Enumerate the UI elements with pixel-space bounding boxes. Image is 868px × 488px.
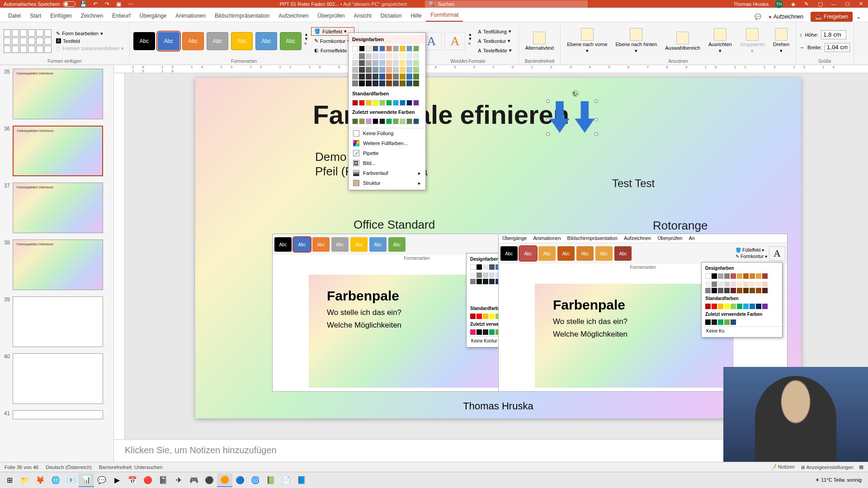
outlook-icon[interactable]: 📧 <box>63 474 79 487</box>
chrome-icon[interactable]: 🌐 <box>48 474 63 487</box>
selected-arrows[interactable]: ↻ <box>548 101 596 134</box>
slide-counter[interactable]: Folie 36 von 46 <box>5 465 38 470</box>
tab-hilfe[interactable]: Hilfe <box>406 10 426 22</box>
powerpoint-icon[interactable]: 📊 <box>79 474 94 487</box>
onenote-icon[interactable]: 📓 <box>156 474 171 487</box>
record-button[interactable]: ●Aufzeichnen <box>765 12 807 22</box>
shapes-gallery[interactable] <box>4 29 52 53</box>
tab-start[interactable]: Start <box>25 10 46 22</box>
no-fill-item[interactable]: Keine Füllung <box>349 128 425 138</box>
document-name[interactable]: PPT 01 Roter Faden 002... <box>280 1 339 7</box>
tab-uebergaenge[interactable]: Übergänge <box>135 10 171 22</box>
style-green[interactable]: Abc <box>280 32 302 50</box>
picture-item[interactable]: 🖼Bild... <box>349 158 425 168</box>
search-box[interactable]: 🔍 Suchen <box>425 0 588 8</box>
wordart-scrollbar[interactable]: ▲▼≡ <box>468 32 472 50</box>
style-scrollbar[interactable]: ▲▼≡ <box>304 32 308 50</box>
tab-einfuegen[interactable]: Einfügen <box>46 10 76 22</box>
app-icon-3[interactable]: 🔴 <box>140 474 156 487</box>
rotate-button[interactable]: Drehen ▾ <box>770 27 792 55</box>
merge-shapes-button[interactable]: ◌ Formen zusammenführen ▾ <box>54 45 126 52</box>
tab-aufzeichnen[interactable]: Aufzeichnen <box>274 10 313 22</box>
thumbnail-41[interactable] <box>13 410 103 419</box>
send-backward-button[interactable]: Ebene nach hinten ▾ <box>613 27 660 55</box>
tab-animationen[interactable]: Animationen <box>171 10 210 22</box>
arrow-shape-2[interactable] <box>575 101 594 133</box>
text-fill-button[interactable]: A Textfüllung ▾ <box>475 27 514 36</box>
width-input[interactable] <box>825 43 850 52</box>
obs-icon[interactable]: ⚫ <box>202 474 217 487</box>
arrow-shape-1[interactable] <box>550 101 570 133</box>
comments-icon[interactable]: 💬 <box>755 14 761 20</box>
minimize-icon[interactable]: — <box>830 0 837 8</box>
texture-item[interactable]: Struktur▸ <box>349 178 425 188</box>
tab-praesentation[interactable]: Bildschirmpräsentation <box>210 10 274 22</box>
maximize-icon[interactable]: ▢ <box>844 0 851 8</box>
app-icon-5[interactable]: 🟠 <box>217 474 232 487</box>
style-lightblue[interactable]: Abc <box>255 32 277 50</box>
tab-ansicht[interactable]: Ansicht <box>349 10 376 22</box>
author-name[interactable]: Thomas Hruska <box>463 400 533 412</box>
tab-ueberpruefen[interactable]: Überprüfen <box>313 10 349 22</box>
standard-colors-grid[interactable] <box>349 98 425 108</box>
user-name[interactable]: Thomas Hruska <box>733 1 769 7</box>
collapse-ribbon-icon[interactable]: ⌄ <box>856 14 861 20</box>
wordart-style-2[interactable]: A <box>444 32 465 50</box>
weather-widget[interactable]: ☀ 11°C Teilw. sonnig <box>815 477 862 483</box>
rotate-handle-icon[interactable]: ↻ <box>572 90 579 97</box>
align-button[interactable]: Ausrichten ▾ <box>706 27 735 55</box>
thumbnail-36[interactable]: Farbenpaletten Definieren <box>13 126 103 176</box>
group-button[interactable]: Gruppieren ▾ <box>737 27 768 55</box>
style-gray[interactable]: Abc <box>207 32 228 50</box>
notes-toggle[interactable]: 📝 Notizen <box>770 464 795 470</box>
thumbnail-38[interactable]: Farbenpaletten Definieren <box>13 239 103 290</box>
style-yellow[interactable]: Abc <box>231 32 253 50</box>
word-icon[interactable]: 📘 <box>294 474 309 487</box>
slide-text-rotorange[interactable]: Rotorange <box>653 219 708 233</box>
height-input[interactable] <box>821 30 846 39</box>
slide-canvas[interactable]: Farbenpale efinieren Demo Pfeil (Füllung… <box>195 78 801 418</box>
text-outline-button[interactable]: A Textkontur ▾ <box>475 37 514 45</box>
gradient-item[interactable]: Farbverlauf▸ <box>349 168 425 178</box>
tab-dictation[interactable]: Dictation <box>376 10 406 22</box>
redo-icon[interactable]: ↷ <box>104 0 111 8</box>
thumbnail-39[interactable] <box>13 296 103 347</box>
app-icon-4[interactable]: 🎮 <box>186 474 202 487</box>
more-colors-item[interactable]: Weitere Füllfarben... <box>349 138 425 148</box>
tab-entwurf[interactable]: Entwurf <box>108 10 135 22</box>
present-icon[interactable]: ▣ <box>115 0 123 8</box>
vlc-icon[interactable]: ▶ <box>109 474 125 487</box>
firefox-icon[interactable]: 🦊 <box>33 474 48 487</box>
display-settings[interactable]: 🖥 Anzeigeeinstellungen <box>800 465 854 470</box>
app-icon-7[interactable]: 📄 <box>278 474 294 487</box>
app-icon-2[interactable]: 📅 <box>125 474 140 487</box>
file-explorer-icon[interactable]: 📁 <box>17 474 33 487</box>
more-icon[interactable]: ⋯ <box>127 0 134 8</box>
undo-icon[interactable]: ↶ <box>92 0 99 8</box>
edit-shape-button[interactable]: ✎ Form bearbeiten ▾ <box>54 30 126 37</box>
text-effects-button[interactable]: A Texteffekte ▾ <box>475 46 514 55</box>
accessibility-check[interactable]: Barrierefreiheit: Untersuchen <box>99 465 163 470</box>
thumbnail-35[interactable]: Farbenpaletten Definieren <box>13 69 103 119</box>
thumbnail-40[interactable] <box>13 353 103 404</box>
theme-colors-grid[interactable] <box>349 44 425 53</box>
app-icon-6[interactable]: 🔵 <box>232 474 248 487</box>
slide-text-demo[interactable]: Demo <box>315 150 346 164</box>
excel-icon[interactable]: 📗 <box>263 474 278 487</box>
language-indicator[interactable]: Deutsch (Österreich) <box>46 465 91 470</box>
thumbnail-37[interactable]: Farbenpaletten Definieren <box>13 183 103 233</box>
telegram-icon[interactable]: ✈ <box>171 474 186 487</box>
alt-text-button[interactable]: Alternativtext <box>523 31 557 52</box>
tab-datei[interactable]: Datei <box>4 10 25 22</box>
style-blue[interactable]: Abc <box>158 32 179 50</box>
close-icon[interactable]: ✕ <box>857 0 864 8</box>
share-button[interactable]: 📤Freigeben <box>811 12 853 22</box>
theme-tints-grid[interactable] <box>349 53 425 89</box>
user-avatar[interactable]: TH <box>775 0 783 8</box>
diamond-icon[interactable]: ◈ <box>789 0 797 8</box>
tab-zeichnen[interactable]: Zeichnen <box>76 10 108 22</box>
slide-text-test[interactable]: Test Test <box>612 177 655 190</box>
autosave-toggle[interactable]: Automatisches Speichern <box>4 1 75 7</box>
window-icon[interactable]: ▢ <box>816 0 824 8</box>
start-button[interactable]: ⊞ <box>2 474 17 487</box>
